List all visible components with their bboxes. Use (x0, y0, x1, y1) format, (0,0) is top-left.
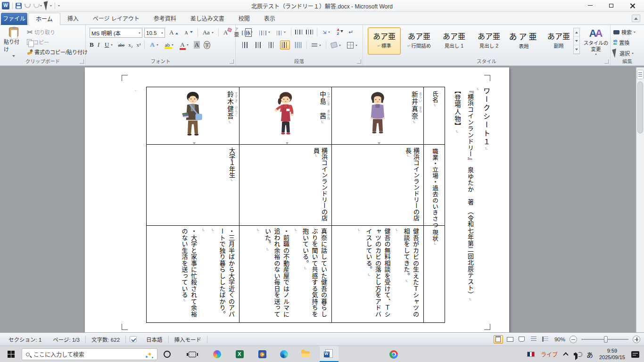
decrease-indent-button[interactable] (295, 30, 302, 34)
align-right-button[interactable] (267, 41, 277, 49)
font-family-combo[interactable]: MS 明朝 (本 (90, 28, 142, 38)
clipboard-dialog-launcher[interactable] (80, 59, 84, 64)
change-styles-button[interactable]: AA スタイルの変更 (583, 27, 609, 58)
align-center-button[interactable] (254, 41, 264, 49)
document-page[interactable]: ワークシート１ 『横浜コインランドリー』 泉ゆたか 著 （令和七年第二回北辰テス… (85, 67, 509, 332)
cell-occupation-suzuki[interactable]: 大学１年生 (147, 145, 239, 226)
zoom-level[interactable]: 90% (554, 337, 565, 342)
zoom-out-button[interactable] (570, 336, 577, 343)
font-size-combo[interactable]: 10.5 (144, 28, 165, 38)
vertical-scrollbar[interactable] (636, 67, 644, 332)
paste-button[interactable]: 貼り付け (4, 27, 24, 58)
cell-header-occupation[interactable]: 職業・立場・過去のいきさつ (424, 145, 445, 226)
style-no-spacing[interactable]: あア亜 ↵行間詰め (403, 27, 436, 55)
status-insert-mode[interactable]: 挿入モード (169, 336, 207, 343)
grow-font-button[interactable]: A (168, 28, 180, 37)
view-draft-button[interactable] (541, 335, 550, 344)
word-icon[interactable] (320, 346, 339, 362)
cortana-icon[interactable] (157, 346, 176, 362)
borders-button[interactable] (346, 41, 359, 49)
copy-button[interactable]: コピー (25, 38, 89, 46)
styles-gallery-scrollbar[interactable] (573, 28, 580, 54)
paragraph-dialog-launcher[interactable] (357, 59, 361, 64)
media-player-icon[interactable] (253, 346, 272, 362)
subscript-button[interactable]: x₂ (128, 42, 132, 48)
zoom-in-button[interactable] (633, 336, 640, 343)
chrome-icon[interactable] (384, 346, 403, 362)
change-case-button[interactable]: Aa (201, 28, 215, 37)
tab-page-layout[interactable]: ページ レイアウト (86, 13, 147, 25)
show-formatting-marks-button[interactable]: ↵ (348, 29, 353, 35)
tab-review[interactable]: 校閲 (231, 13, 257, 25)
cut-button[interactable]: 切り取り (25, 28, 89, 36)
numbering-button[interactable] (258, 29, 272, 36)
select-button[interactable]: 選択 (613, 49, 634, 58)
status-language[interactable]: 日本語 (140, 336, 168, 343)
cell-status-nakajima[interactable]: 真奈に話していた健吾の暮らしぶりを聞いて共感する気持ちを抱いている。 ・前職の不… (239, 226, 332, 323)
increase-indent-button[interactable] (306, 30, 313, 34)
format-painter-button[interactable]: 書式のコピー/貼り付け (25, 48, 89, 56)
tab-view[interactable]: 表示 (257, 13, 282, 25)
tab-references[interactable]: 参考資料 (147, 13, 183, 25)
multilevel-list-button[interactable] (275, 29, 287, 36)
strikethrough-button[interactable]: abe (118, 42, 124, 48)
file-explorer-icon[interactable] (296, 346, 315, 362)
scrollbar-thumb[interactable] (637, 82, 643, 133)
spell-check-icon[interactable] (130, 336, 137, 342)
cell-name-arai[interactable]: 新井真奈 あらい まな (332, 87, 424, 145)
cell-occupation-arai[interactable]: 横浜コインランドリーの店長 (332, 145, 424, 226)
sort-button[interactable]: AZ (335, 28, 345, 36)
font-color-button[interactable]: A (179, 41, 190, 49)
style-heading2[interactable]: あア亜 見出し 2 (472, 27, 505, 55)
tab-file[interactable]: ファイル (1, 13, 27, 25)
enclose-characters-button[interactable]: 字 (204, 41, 210, 49)
maximize-button[interactable] (601, 0, 622, 11)
cell-header-name[interactable]: 氏名 (424, 87, 445, 145)
cell-status-arai[interactable]: 健吾がカビの生えたＴシャツの相談をしてきた。 健吾の無料相談を受けて、Ｔシャツの… (332, 226, 424, 323)
style-title[interactable]: あア亜 表題 (507, 27, 540, 55)
view-outline-button[interactable] (529, 335, 538, 344)
zoom-slider-thumb[interactable] (604, 336, 608, 343)
status-section[interactable]: セクション: 1 (3, 336, 47, 343)
tab-home[interactable]: ホーム (28, 13, 60, 25)
close-button[interactable] (622, 0, 643, 11)
volume-icon[interactable] (574, 352, 580, 357)
view-full-screen-reading-button[interactable] (505, 335, 515, 344)
view-web-layout-button[interactable] (517, 335, 527, 344)
style-subtitle[interactable]: あア亜 副題 (542, 27, 575, 55)
underline-button[interactable]: U (103, 41, 114, 49)
minimize-ribbon-icon[interactable] (632, 15, 640, 22)
asian-layout-button[interactable]: ⇲ (321, 29, 331, 35)
status-word-count[interactable]: 文字数: 622 (86, 336, 125, 343)
font-dialog-launcher[interactable] (230, 59, 234, 64)
cell-status-suzuki[interactable]: ・三月半ばから大学近くのアパートで独り暮らししたばかり。 ・大学と家事に忙殺され… (147, 226, 239, 323)
style-normal[interactable]: あア亜 ↵標準 (368, 27, 401, 55)
live-badge[interactable]: ライブ (541, 350, 558, 358)
replace-button[interactable]: abac 置換 (613, 39, 629, 46)
tab-mailings[interactable]: 差し込み文書 (183, 13, 231, 25)
shrink-font-button[interactable]: A (183, 30, 194, 36)
notification-center-icon[interactable] (631, 351, 639, 358)
tab-insert[interactable]: 挿入 (60, 13, 86, 25)
hidden-icons-chevron[interactable] (563, 352, 568, 357)
style-heading1[interactable]: あア亜 見出し 1 (438, 27, 471, 55)
clock[interactable]: 9:59 2025/09/15 (599, 348, 625, 361)
cell-occupation-nakajima[interactable]: 横浜コインランドリーの店員 (239, 145, 332, 226)
view-print-layout-button[interactable] (494, 335, 503, 344)
search-box[interactable]: ここに入力して検索 ✦ (22, 348, 157, 360)
italic-button[interactable]: I (98, 41, 99, 49)
copilot-icon[interactable] (207, 346, 226, 362)
line-spacing-button[interactable] (310, 43, 322, 48)
start-button[interactable] (0, 346, 22, 362)
shading-button[interactable] (330, 42, 342, 48)
styles-dialog-launcher[interactable] (604, 59, 609, 64)
justify-button[interactable] (280, 41, 290, 49)
highlight-color-button[interactable]: ab (164, 41, 175, 48)
align-left-button[interactable] (240, 41, 250, 49)
character-shading-button[interactable]: A (194, 41, 200, 49)
task-view-button[interactable] (183, 346, 202, 362)
minimize-button[interactable] (579, 0, 601, 11)
ime-indicator[interactable]: あ (586, 350, 593, 359)
edge-icon[interactable] (274, 346, 293, 362)
excel-icon[interactable]: X (230, 346, 249, 362)
